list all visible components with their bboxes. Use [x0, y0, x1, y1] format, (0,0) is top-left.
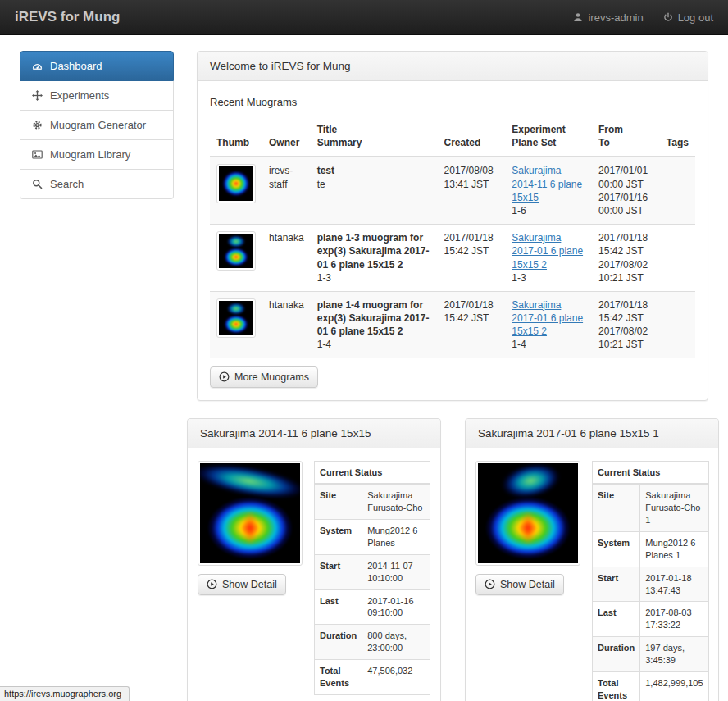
- sidebar-item-search[interactable]: Search: [20, 170, 174, 199]
- recent-muograms-table: Thumb Owner TitleSummary Created Experim…: [210, 116, 695, 358]
- play-circle-icon: [207, 579, 217, 589]
- show-detail-button[interactable]: Show Detail: [475, 574, 564, 595]
- col-header-thumb: Thumb: [210, 116, 262, 157]
- page-content: Dashboard Experiments Muogram Generator …: [0, 35, 728, 701]
- experiment-link[interactable]: Sakurajima 2014-11 6 plane 15x15: [512, 165, 582, 203]
- status-table-header: Current Status: [315, 461, 430, 484]
- table-row: htanaka plane 1-4 muogram for exp(3) Sak…: [210, 291, 695, 357]
- recent-muograms-label: Recent Muograms: [210, 96, 695, 108]
- sidebar-item-muogram-library[interactable]: Muogram Library: [20, 140, 174, 170]
- experiment-cell: Sakurajima 2014-11 6 plane 15x151-6: [505, 157, 592, 224]
- status-row: Total Events47,506,032: [315, 659, 430, 694]
- logout-label: Log out: [678, 11, 713, 24]
- status-row: Total Events1,482,999,105: [593, 671, 709, 701]
- status-row: Last2017-01-16 09:10:00: [315, 589, 430, 625]
- play-circle-icon: [219, 371, 230, 382]
- tags-cell: [660, 225, 695, 292]
- experiment-cell: Sakurajima 2017-01 6 plane 15x15 21-3: [505, 225, 592, 292]
- navbar-right: irevs-admin Log out: [573, 11, 713, 24]
- experiment-card-title: Sakurajima 2014-11 6 plane 15x15: [188, 419, 440, 448]
- welcome-panel: Welcome to iREVS for Mung Recent Muogram…: [197, 51, 708, 401]
- fromto-cell: 2017/01/18 15:42 JST2017/08/02 10:21 JST: [592, 291, 660, 357]
- owner-cell: htanaka: [262, 291, 311, 357]
- owner-cell: irevs-staff: [262, 157, 311, 224]
- muogram-heatmap: [478, 463, 578, 563]
- status-row: Start2014-11-07 10:10:00: [315, 554, 430, 589]
- muogram-thumbnail[interactable]: [216, 298, 256, 338]
- experiment-link[interactable]: Sakurajima 2017-01 6 plane 15x15 2: [512, 232, 583, 270]
- more-muograms-label: More Muograms: [234, 371, 309, 383]
- sidebar-item-label: Muogram Generator: [50, 119, 146, 131]
- muogram-thumbnail[interactable]: [216, 164, 256, 203]
- experiment-card-1: Sakurajima 2014-11 6 plane 15x15 Show De…: [187, 418, 441, 701]
- tags-cell: [660, 157, 695, 224]
- muogram-heatmap: [219, 234, 253, 268]
- search-icon: [32, 179, 43, 189]
- created-cell: 2017/01/18 15:42 JST: [438, 225, 506, 292]
- created-cell: 2017/08/08 13:41 JST: [438, 157, 506, 224]
- show-detail-label: Show Detail: [222, 579, 277, 590]
- sidebar-item-muogram-generator[interactable]: Muogram Generator: [20, 111, 174, 140]
- table-row: irevs-staff testte 2017/08/08 13:41 JST …: [210, 157, 695, 224]
- experiment-muogram-image: [198, 461, 303, 566]
- col-header-title: TitleSummary: [311, 116, 438, 157]
- status-table-header: Current Status: [593, 461, 709, 484]
- current-status-table: Current Status SiteSakurajima Furusato-C…: [592, 461, 709, 701]
- sidebar-item-label: Dashboard: [50, 60, 102, 72]
- muogram-heatmap: [219, 166, 253, 201]
- status-row: SiteSakurajima Furusato-Cho: [315, 484, 430, 519]
- sidebar-item-label: Muogram Library: [50, 148, 130, 161]
- col-header-fromto: FromTo: [592, 116, 660, 157]
- experiment-card-title: Sakurajima 2017-01 6 plane 15x15 1: [466, 419, 718, 448]
- muogram-thumbnail[interactable]: [216, 231, 256, 271]
- experiment-cell: Sakurajima 2017-01 6 plane 15x15 21-4: [505, 291, 592, 357]
- col-header-owner: Owner: [262, 116, 311, 157]
- col-header-experiment: ExperimentPlane Set: [505, 116, 592, 157]
- experiment-link[interactable]: Sakurajima 2017-01 6 plane 15x15 2: [512, 299, 583, 337]
- sidebar: Dashboard Experiments Muogram Generator …: [20, 51, 174, 199]
- user-menu[interactable]: irevs-admin: [573, 11, 643, 24]
- current-status-table: Current Status SiteSakurajima Furusato-C…: [314, 461, 430, 695]
- app-title[interactable]: iREVS for Mung: [15, 9, 120, 25]
- table-row: htanaka plane 1-3 muogram for exp(3) Sak…: [210, 225, 695, 292]
- experiment-muogram-image: [475, 461, 580, 566]
- logout-button[interactable]: Log out: [663, 11, 713, 24]
- sidebar-item-label: Experiments: [50, 89, 109, 102]
- col-header-created: Created: [438, 116, 506, 157]
- status-row: Duration800 days, 23:00:00: [315, 625, 430, 660]
- user-icon: [573, 12, 583, 22]
- fromto-cell: 2017/01/18 15:42 JST2017/08/02 10:21 JST: [592, 225, 660, 292]
- gear-icon: [32, 120, 43, 130]
- main-column: Welcome to iREVS for Mung Recent Muogram…: [197, 51, 708, 701]
- picture-icon: [32, 149, 43, 160]
- more-muograms-button[interactable]: More Muograms: [210, 366, 318, 388]
- title-cell: testte: [311, 157, 438, 224]
- title-cell: plane 1-3 muogram for exp(3) Sakurajima …: [311, 225, 438, 292]
- status-row: Start2017-01-18 13:47:43: [593, 567, 709, 602]
- fromto-cell: 2017/01/01 00:00 JST2017/01/16 00:00 JST: [592, 157, 660, 224]
- muogram-heatmap: [200, 463, 300, 563]
- top-navbar: iREVS for Mung irevs-admin Log out: [0, 0, 728, 35]
- sidebar-item-dashboard[interactable]: Dashboard: [20, 51, 174, 81]
- dashboard-icon: [32, 61, 43, 71]
- sidebar-item-label: Search: [50, 178, 84, 190]
- power-icon: [663, 12, 673, 22]
- status-row: SystemMung2012 6 Planes: [315, 520, 430, 555]
- experiment-card-2: Sakurajima 2017-01 6 plane 15x15 1 Show …: [465, 418, 719, 701]
- experiments-icon: [32, 90, 43, 101]
- sidebar-item-experiments[interactable]: Experiments: [20, 81, 174, 111]
- owner-cell: htanaka: [262, 225, 311, 292]
- title-cell: plane 1-4 muogram for exp(3) Sakurajima …: [311, 291, 438, 357]
- tags-cell: [660, 291, 695, 357]
- browser-status-bar: https://irevs.muographers.org: [0, 686, 130, 701]
- created-cell: 2017/01/18 15:42 JST: [438, 291, 506, 357]
- welcome-panel-title: Welcome to iREVS for Mung: [198, 52, 708, 81]
- show-detail-button[interactable]: Show Detail: [198, 574, 286, 595]
- user-name-label: irevs-admin: [588, 11, 643, 24]
- status-row: Duration197 days, 3:45:39: [593, 637, 709, 672]
- status-row: Last2017-08-03 17:33:22: [593, 602, 709, 637]
- muogram-heatmap: [219, 301, 253, 335]
- show-detail-label: Show Detail: [500, 579, 555, 590]
- play-circle-icon: [485, 579, 495, 589]
- table-header-row: Thumb Owner TitleSummary Created Experim…: [210, 116, 695, 157]
